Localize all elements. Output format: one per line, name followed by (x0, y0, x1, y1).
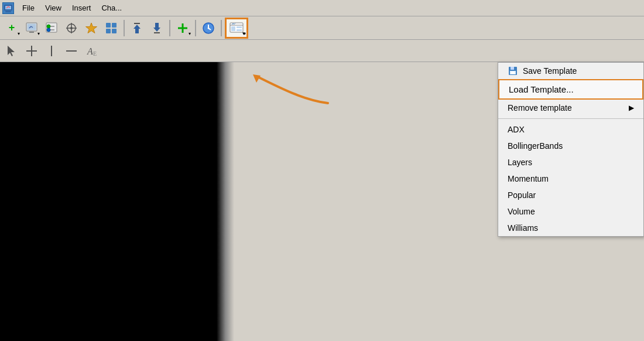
svg-marker-46 (253, 74, 261, 83)
svg-rect-21 (112, 23, 117, 28)
menu-bar: File View Insert Cha... (0, 0, 644, 16)
cursor-tool[interactable] (2, 42, 21, 60)
vertical-line-tool[interactable] (42, 42, 61, 60)
navigate-button[interactable] (22, 19, 41, 37)
template-item-momentum[interactable]: Momentum (498, 170, 643, 187)
template-item-layers[interactable]: Layers (498, 154, 643, 170)
svg-rect-36 (231, 26, 235, 31)
svg-rect-38 (237, 29, 242, 31)
arrow-annotation (246, 71, 340, 108)
template-layers-label: Layers (508, 158, 532, 167)
menu-chart[interactable]: Cha... (97, 2, 126, 13)
add-indicator-button[interactable] (173, 19, 192, 37)
submenu-arrow: ▶ (629, 104, 634, 112)
svg-rect-22 (106, 29, 111, 33)
template-momentum-label: Momentum (508, 174, 549, 183)
svg-marker-39 (8, 46, 15, 56)
menu-separator (498, 118, 643, 119)
svg-point-13 (47, 28, 50, 32)
canvas-area: Save Template Load Template... Remove te… (0, 62, 644, 341)
template-dropdown: Save Template Load Template... Remove te… (498, 62, 644, 237)
svg-rect-1 (5, 6, 11, 9)
svg-rect-24 (134, 23, 140, 24)
clock-button[interactable] (199, 19, 218, 37)
save-template-label: Save Template (523, 66, 577, 76)
template-item-williams[interactable]: Williams (498, 220, 643, 236)
indicators-button[interactable] (42, 19, 61, 37)
template-popular-label: Popular (508, 190, 536, 200)
svg-text:E: E (93, 50, 97, 57)
favorites-button[interactable] (82, 19, 101, 37)
svg-rect-26 (154, 32, 160, 33)
text-tool[interactable]: A E (82, 42, 101, 60)
app-container: File View Insert Cha... + (0, 0, 644, 341)
move-down-button[interactable] (148, 19, 166, 37)
separator-1 (124, 20, 125, 36)
svg-marker-27 (153, 23, 160, 32)
blue-square-button[interactable] (102, 19, 121, 37)
svg-rect-37 (237, 26, 242, 28)
svg-marker-25 (133, 25, 141, 33)
crosshair-tool[interactable] (22, 42, 41, 60)
template-item-popular[interactable]: Popular (498, 187, 643, 203)
svg-rect-9 (29, 32, 34, 33)
toolbar-drawing: A E (0, 40, 644, 62)
template-volume-label: Volume (508, 207, 535, 216)
menu-view[interactable]: View (40, 2, 66, 13)
svg-marker-19 (86, 23, 97, 33)
svg-rect-50 (511, 71, 515, 74)
toolbar-main: + (0, 16, 644, 40)
svg-rect-4 (5, 11, 11, 12)
template-item-volume[interactable]: Volume (498, 203, 643, 220)
crosshair-button[interactable] (62, 19, 81, 37)
move-up-button[interactable] (128, 19, 146, 37)
save-template-item[interactable]: Save Template (498, 63, 643, 79)
chart-panel (0, 62, 234, 341)
svg-point-33 (208, 27, 210, 29)
svg-rect-23 (112, 29, 117, 33)
svg-rect-48 (511, 67, 514, 70)
load-template-label: Load Template... (509, 84, 574, 94)
separator-2 (169, 20, 170, 36)
load-template-item[interactable]: Load Template... (498, 79, 643, 100)
menu-file[interactable]: File (18, 2, 39, 13)
template-adx-label: ADX (508, 125, 525, 134)
add-chart-button[interactable]: + (2, 19, 21, 37)
right-panel: Save Template Load Template... Remove te… (234, 62, 644, 341)
template-bollinger-label: BollingerBands (508, 141, 563, 151)
separator-3 (195, 20, 196, 36)
template-button[interactable]: ▾ (225, 18, 248, 39)
save-icon (508, 66, 518, 76)
menu-insert[interactable]: Insert (67, 2, 96, 13)
app-icon (2, 2, 14, 14)
template-item-adx[interactable]: ADX (498, 121, 643, 138)
remove-template-label: Remove template (508, 103, 572, 112)
svg-point-18 (70, 27, 73, 29)
svg-point-11 (47, 25, 50, 28)
horizontal-line-tool[interactable] (62, 42, 81, 60)
template-williams-label: Williams (508, 223, 538, 233)
separator-4 (221, 20, 222, 36)
svg-text:A: A (87, 46, 93, 56)
remove-template-item[interactable]: Remove template ▶ (498, 100, 643, 116)
template-item-bollinger[interactable]: BollingerBands (498, 138, 643, 154)
svg-rect-20 (106, 23, 111, 28)
